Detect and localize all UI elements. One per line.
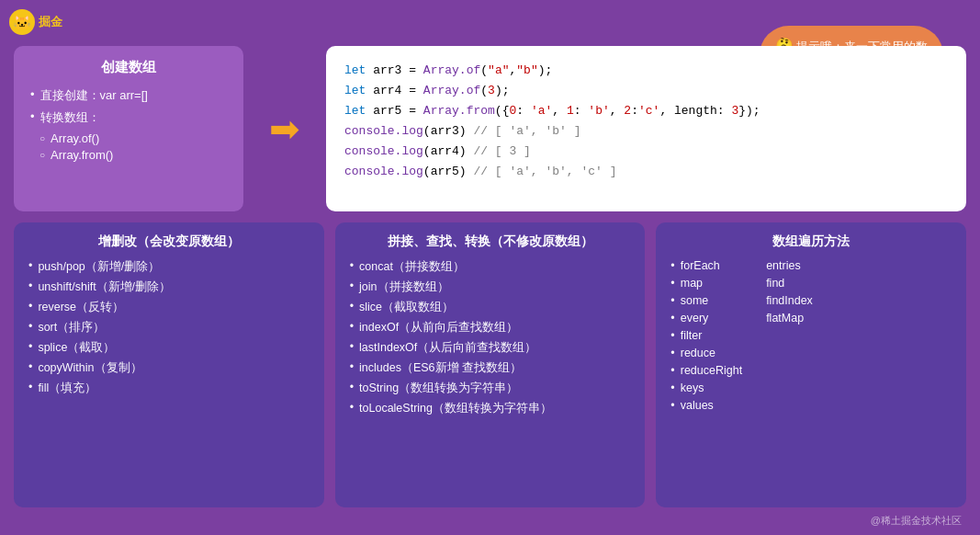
search-item-5: includes（ES6新增 查找数组） [350,360,631,376]
mutate-item-2: reverse（反转） [28,300,310,315]
search-item-6: toString（数组转换为字符串） [350,381,631,396]
mutate-item-5: copyWithin（复制） [28,360,310,376]
traverse-item-values: values [670,399,742,412]
code-line-1: let arr3 = Array.of("a","b"); [344,61,948,81]
traverse-item-keys: keys [670,381,742,394]
search-item-4: lastIndexOf（从后向前查找数组） [350,340,631,356]
logo: 🐱 掘金 [9,9,62,35]
traverse-item-find: find [760,277,813,290]
search-item-7: toLocaleString（数组转换为字符串） [350,401,631,416]
code-line-6: console.log(arr5) // [ 'a', 'b', 'c' ] [344,162,948,182]
mutate-list: push/pop（新增/删除） unshift/shift（新增/删除） rev… [28,259,310,396]
traverse-item-some: some [670,294,742,307]
footer-text: @稀土掘金技术社区 [871,515,962,526]
traverse-grid: forEach map some every filter reduce red… [670,259,952,416]
traverse-box: 数组遍历方法 forEach map some every filter red… [656,222,966,507]
search-item-0: concat（拼接数组） [350,259,631,275]
search-item-3: indexOf（从前向后查找数组） [350,320,631,336]
code-line-2: let arr4 = Array.of(3); [344,81,948,101]
create-box-list: 直接创建：var arr=[] 转换数组： [30,87,227,126]
create-box-title: 创建数组 [30,59,227,76]
footer: @稀土掘金技术社区 [871,514,962,528]
search-item-2: slice（截取数组） [350,300,631,315]
code-line-5: console.log(arr4) // [ 3 ] [344,142,948,162]
create-item-2: 转换数组： [30,109,227,126]
traverse-item-every: every [670,312,742,324]
traverse-item-reduceRight: reduceRight [670,364,742,377]
traverse-item-forEach: forEach [670,259,742,272]
code-line-3: let arr5 = Array.from({0: 'a', 1: 'b', 2… [344,101,948,121]
mutate-box: 增删改（会改变原数组） push/pop（新增/删除） unshift/shif… [14,222,324,507]
traverse-item-map: map [670,277,742,290]
traverse-item-findIndex: findIndex [760,294,813,307]
top-row: 创建数组 直接创建：var arr=[] 转换数组： Array.of() Ar… [14,46,966,211]
create-item-1: 直接创建：var arr=[] [30,87,227,104]
arrow-container: ➡ [257,46,312,211]
create-subitem-1: Array.of() [39,131,227,145]
arrow-icon: ➡ [269,108,300,150]
mutate-item-6: fill（填充） [28,381,310,396]
create-sublist: Array.of() Array.from() [39,131,227,162]
create-subitem-2: Array.from() [39,148,227,162]
mutate-item-3: sort（排序） [28,320,310,336]
traverse-item-filter: filter [670,329,742,342]
traverse-col1: forEach map some every filter reduce red… [670,259,742,416]
traverse-item-flatMap: flatMap [760,312,813,324]
traverse-item-entries: entries [760,259,813,272]
mutate-item-1: unshift/shift（新增/删除） [28,279,310,295]
search-box: 拼接、查找、转换（不修改原数组） concat（拼接数组） join（拼接数组）… [335,222,646,507]
mutate-item-0: push/pop（新增/删除） [28,259,310,275]
search-box-title: 拼接、查找、转换（不修改原数组） [350,233,631,250]
traverse-box-title: 数组遍历方法 [670,233,952,250]
traverse-item-reduce: reduce [670,347,742,359]
mutate-box-title: 增删改（会改变原数组） [28,233,310,250]
create-box: 创建数组 直接创建：var arr=[] 转换数组： Array.of() Ar… [14,46,243,211]
logo-text: 掘金 [39,14,62,30]
search-item-1: join（拼接数组） [350,279,631,295]
code-line-4: console.log(arr3) // [ 'a', 'b' ] [344,121,948,142]
bottom-row: 增删改（会改变原数组） push/pop（新增/删除） unshift/shif… [14,222,966,507]
code-box: let arr3 = Array.of("a","b"); let arr4 =… [326,46,966,211]
main-content: 创建数组 直接创建：var arr=[] 转换数组： Array.of() Ar… [14,46,966,507]
traverse-col2: entries find findIndex flatMap [760,259,813,416]
logo-icon: 🐱 [9,9,35,35]
mutate-item-4: splice（截取） [28,340,310,356]
search-list: concat（拼接数组） join（拼接数组） slice（截取数组） inde… [350,259,631,416]
